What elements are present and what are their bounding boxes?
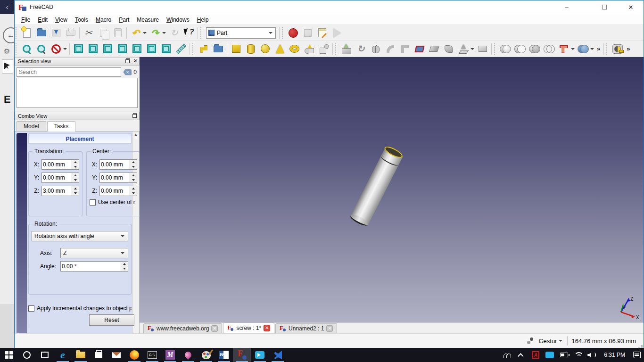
cylinder-bottom-face[interactable] xyxy=(349,213,370,228)
toolbar-handle[interactable] xyxy=(200,27,203,39)
battery-indicator[interactable] xyxy=(557,348,571,362)
gear-icon[interactable]: ⚙ xyxy=(4,47,10,56)
shape-builder-button[interactable] xyxy=(317,42,330,56)
measure-distance-button[interactable] xyxy=(174,42,188,56)
taskbar-maps[interactable] xyxy=(179,348,197,362)
thickness-button[interactable] xyxy=(476,42,489,56)
title-bar[interactable]: F FreeCAD – ☐ ✕ xyxy=(15,0,644,15)
toolbar-overflow-button[interactable]: » xyxy=(595,45,602,52)
mirror-button[interactable] xyxy=(369,42,382,56)
view-right-button[interactable] xyxy=(116,42,129,56)
taskbar-mail[interactable] xyxy=(107,348,125,362)
taskbar-movies[interactable] xyxy=(251,348,269,362)
toolbar-handle[interactable] xyxy=(606,43,609,55)
center-y-spinbox[interactable]: 0.00 mm xyxy=(99,173,137,183)
create-primitives-button[interactable] xyxy=(302,42,316,56)
boolean-cut-button[interactable] xyxy=(513,42,527,56)
workbench-selector[interactable]: Part xyxy=(206,27,276,39)
view-bottom-button[interactable] xyxy=(145,42,158,56)
ruled-surface-button[interactable] xyxy=(427,42,441,56)
paste-button[interactable] xyxy=(111,26,124,40)
close-button[interactable]: ✕ xyxy=(620,0,642,15)
taskbar-store[interactable] xyxy=(90,348,107,362)
macro-stop-button[interactable] xyxy=(301,26,314,40)
taskbar-vscode[interactable] xyxy=(269,348,287,362)
action-center-button[interactable] xyxy=(630,348,644,362)
tab-unnamed2[interactable]: F Unnamed2 : 1 ✕ xyxy=(275,323,337,333)
macro-record-button[interactable] xyxy=(286,26,300,40)
selection-list[interactable] xyxy=(17,78,138,108)
tray-acrobat[interactable]: A xyxy=(528,348,543,362)
primitive-torus-button[interactable] xyxy=(288,42,301,56)
menu-measure[interactable]: Measure xyxy=(133,16,163,24)
open-document-button[interactable] xyxy=(34,26,48,40)
redo-button[interactable]: ↷ xyxy=(148,26,162,40)
combo-view-header[interactable]: Combo View xyxy=(15,112,140,120)
connect-dropdown[interactable] xyxy=(571,48,575,50)
part-import-button[interactable] xyxy=(197,42,210,56)
menu-edit[interactable]: Edit xyxy=(34,16,51,24)
toolbar-handle[interactable] xyxy=(282,27,285,39)
refresh-button[interactable]: ↻ xyxy=(167,26,181,40)
float-panel-icon[interactable] xyxy=(125,58,130,63)
cortana-button[interactable] xyxy=(18,348,36,362)
close-tab-icon[interactable]: ✕ xyxy=(211,325,218,332)
apply-incremental-checkbox[interactable] xyxy=(28,305,34,312)
sweep-button[interactable] xyxy=(456,42,470,56)
tab-start-page[interactable]: F www.freecadweb.org ✕ xyxy=(143,323,222,333)
menu-macro[interactable]: Macro xyxy=(92,16,115,24)
taskbar-word[interactable] xyxy=(215,348,233,362)
menu-file[interactable]: File xyxy=(17,16,34,24)
task-view-button[interactable] xyxy=(36,348,54,362)
start-button[interactable] xyxy=(0,348,18,362)
undo-button[interactable]: ↶ xyxy=(129,26,142,40)
whats-this-button[interactable] xyxy=(182,26,196,40)
macro-edit-button[interactable] xyxy=(315,26,329,40)
copy-button[interactable] xyxy=(96,26,110,40)
maximize-button[interactable]: ☐ xyxy=(594,0,615,15)
view-top-button[interactable] xyxy=(101,42,115,56)
center-z-spinbox[interactable]: 0.00 mm xyxy=(99,186,137,196)
menu-tools[interactable]: Tools xyxy=(71,16,92,24)
tab-tasks[interactable]: Tasks xyxy=(47,121,76,132)
taskbar-file-explorer[interactable] xyxy=(72,348,90,362)
boolean-union-button[interactable] xyxy=(498,42,512,56)
fit-selection-button[interactable] xyxy=(34,42,48,56)
toolbar-handle[interactable] xyxy=(494,43,497,55)
view-axonometric-button[interactable] xyxy=(72,42,85,56)
rotation-mode-select[interactable]: Rotation axis with angle xyxy=(32,231,128,241)
tool-thumbnail[interactable] xyxy=(2,59,13,74)
sweep-dropdown[interactable] xyxy=(471,48,474,50)
save-button[interactable] xyxy=(49,26,63,40)
macro-run-button[interactable] xyxy=(330,26,344,40)
taskbar-paint[interactable] xyxy=(197,348,215,362)
close-panel-icon[interactable]: ✕ xyxy=(133,58,137,63)
taskbar-freecad[interactable]: F xyxy=(233,348,251,362)
resize-grip[interactable] xyxy=(641,345,643,347)
undo-dropdown[interactable] xyxy=(143,32,147,34)
tab-model[interactable]: Model xyxy=(17,121,46,131)
toolbar-handle[interactable] xyxy=(335,43,338,55)
3d-viewport[interactable]: Z Y X xyxy=(140,57,644,322)
draw-style-dropdown[interactable] xyxy=(63,48,67,50)
draw-style-button[interactable] xyxy=(49,42,63,56)
fit-all-button[interactable] xyxy=(20,42,33,56)
primitive-cylinder-button[interactable] xyxy=(244,42,257,56)
translation-x-spinbox[interactable]: 0.00 mm xyxy=(41,159,79,170)
boolean-dropdown[interactable] xyxy=(590,48,594,50)
primitive-box-button[interactable] xyxy=(229,42,243,56)
boolean-common-button[interactable] xyxy=(528,42,541,56)
connect-button[interactable] xyxy=(557,42,570,56)
tab-screw[interactable]: F screw : 1* ✕ xyxy=(223,322,274,333)
volume-indicator[interactable] xyxy=(585,348,599,362)
menu-windows[interactable]: Windows xyxy=(163,16,193,24)
minimize-button[interactable]: – xyxy=(556,0,578,15)
new-document-button[interactable] xyxy=(20,26,33,40)
menu-view[interactable]: View xyxy=(51,16,71,24)
taskbar-edge[interactable]: e xyxy=(54,348,72,362)
view-front-button[interactable] xyxy=(86,42,100,56)
extrude-button[interactable] xyxy=(339,42,353,56)
close-tab-icon[interactable]: ✕ xyxy=(264,325,270,331)
cylinder-model[interactable] xyxy=(351,148,403,224)
measure-tape-button[interactable] xyxy=(611,42,624,56)
